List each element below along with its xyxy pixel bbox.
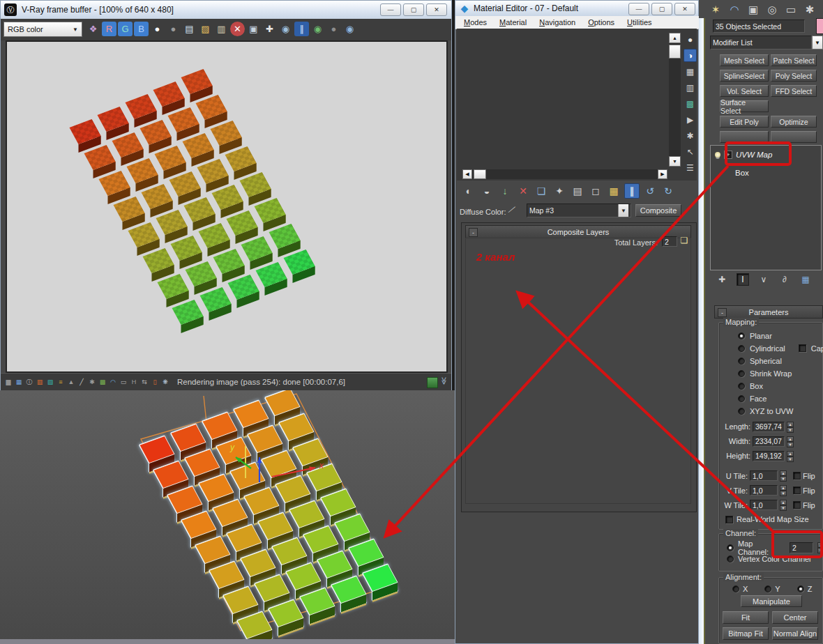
snowflake-icon[interactable]: ❋ [160, 377, 170, 387]
slots-horizontal-scrollbar[interactable]: ◀ ▶ [462, 169, 667, 179]
scroll-right-button[interactable]: ▶ [658, 169, 667, 179]
render-icon[interactable]: ◉ [310, 22, 325, 36]
bitmap-fit-button[interactable]: Bitmap Fit [723, 627, 769, 640]
red-channel-button[interactable]: R [102, 22, 116, 36]
save-image-icon[interactable]: ▤ [182, 22, 197, 36]
close-button[interactable]: ✕ [674, 3, 695, 15]
align-radio-y[interactable] [764, 585, 771, 592]
close-button[interactable]: ✕ [426, 3, 447, 16]
manipulate-button[interactable]: Manipulate [741, 595, 802, 607]
spinner-arrows[interactable]: ▲▼ [780, 470, 787, 481]
region-render-icon[interactable]: ◉ [342, 22, 357, 36]
modifier-button-optimize[interactable]: Optimize [771, 116, 817, 128]
scroll-down-button[interactable]: ▼ [669, 156, 681, 167]
get-material-icon[interactable]: ◐ [461, 183, 476, 199]
object-color-swatch[interactable] [816, 18, 823, 34]
dimension-value[interactable]: 149,192 [753, 451, 785, 461]
select-by-material-icon[interactable]: ↖ [684, 145, 697, 158]
selection-name-field[interactable]: 35 Objects Selected [713, 20, 805, 33]
rollout-header[interactable]: - Composite Layers [465, 225, 691, 238]
utilities-tab[interactable]: ✱ [801, 1, 818, 18]
make-material-copy-icon[interactable]: ❏ [534, 183, 549, 199]
sample-type-icon[interactable]: ● [684, 33, 697, 46]
stack-item-box[interactable]: Box [711, 164, 821, 182]
white-balance-icon[interactable]: ✱ [87, 377, 97, 387]
real-world-checkbox[interactable] [725, 516, 733, 523]
go-to-sibling-icon[interactable]: ↻ [660, 183, 676, 199]
expand-chevron-icon[interactable]: ≫ [439, 377, 448, 385]
maximize-button[interactable]: ▢ [403, 3, 424, 16]
modifier-button-surface-select[interactable]: Surface Select [720, 100, 769, 112]
add-layer-icon[interactable]: ❏ [679, 235, 690, 246]
dock-icon[interactable]: ▆ [3, 377, 13, 387]
blue-channel-button[interactable]: B [134, 22, 149, 36]
background-icon[interactable]: ▦ [684, 65, 697, 78]
track-mouse-icon[interactable]: ✚ [262, 22, 277, 36]
menu-utilities[interactable]: Utilities [627, 18, 651, 26]
cap-checkbox[interactable] [799, 344, 806, 352]
vfb-titlebar[interactable]: Ⓥ V-Ray frame buffer - [100% of 640 x 48… [1, 1, 451, 20]
tile-value[interactable]: 1,0 [750, 470, 778, 481]
spinner-arrows[interactable]: ▲▼ [787, 436, 794, 447]
stop-render-icon[interactable]: ● [326, 22, 341, 36]
parameters-header[interactable]: - Parameters [714, 305, 823, 319]
fit-button[interactable]: Fit [723, 611, 769, 624]
dimension-value[interactable]: 3697,74 [753, 422, 785, 432]
assign-material-to-selection-icon[interactable]: ↓ [497, 183, 513, 199]
show-channels-icon[interactable]: ∥ [294, 22, 309, 36]
make-preview-icon[interactable]: ▶ [684, 113, 697, 126]
green-channel-button[interactable]: G [118, 22, 133, 36]
configure-modifier-sets-icon[interactable]: ▦ [799, 273, 812, 286]
hierarchy-tab[interactable]: ▣ [745, 1, 762, 18]
scroll-thumb[interactable] [474, 169, 486, 179]
modifier-button-blank[interactable] [771, 131, 817, 143]
chip-icon[interactable]: ▩ [98, 377, 107, 387]
create-tab[interactable]: ✶ [707, 1, 724, 18]
spinner-arrows[interactable]: ▲▼ [780, 500, 787, 510]
reset-map-icon[interactable]: ✕ [515, 183, 531, 199]
pin-stack-icon[interactable]: ✚ [716, 273, 728, 286]
vfb-dock-toggle-icon[interactable] [427, 377, 438, 388]
show-end-result-icon[interactable]: Ι [737, 273, 749, 286]
radio-spherical[interactable] [738, 358, 745, 365]
radio-cylindrical[interactable] [738, 345, 745, 352]
lut-icon[interactable]: ▭ [119, 377, 128, 387]
material-id-channel-icon[interactable]: ◻ [588, 183, 603, 199]
menu-options[interactable]: Options [588, 18, 614, 26]
modifier-button-edit-poly[interactable]: Edit Poly [720, 116, 769, 128]
map-channel-radio[interactable] [727, 544, 734, 551]
open-image-icon[interactable]: ▨ [198, 22, 213, 36]
image-panel-icon[interactable]: ▦ [14, 377, 24, 387]
modifier-button-ffd-select[interactable]: FFD Select [771, 85, 817, 97]
radio-face[interactable] [738, 395, 745, 402]
radio-xyz-to-uvw[interactable] [738, 408, 745, 415]
render-last-icon[interactable]: ◉ [278, 22, 293, 36]
stack-item-uvw-map[interactable]: +UVW Map [711, 146, 821, 164]
white-view-icon[interactable]: ● [150, 22, 165, 36]
map-channel-spinner[interactable]: ▲▼ [817, 542, 823, 553]
radio-box[interactable] [738, 383, 745, 390]
color-channels-icon[interactable]: ❖ [86, 22, 100, 36]
display-tab[interactable]: ▭ [783, 1, 799, 18]
modifier-button-splineselect[interactable]: SplineSelect [720, 70, 769, 82]
dimension-value[interactable]: 2334,07 [753, 436, 785, 447]
video-color-check-icon[interactable]: ▩ [684, 97, 697, 110]
channel-select-dropdown[interactable]: RGB color ▼ [3, 22, 82, 37]
radio-planar[interactable] [738, 332, 745, 339]
map-name-dropdown[interactable]: Map #3 ▼ [527, 204, 631, 217]
modifier-enable-icon[interactable] [715, 152, 720, 158]
histogram-icon[interactable]: ▲ [66, 377, 76, 387]
put-material-to-scene-icon[interactable]: ◒ [479, 183, 494, 199]
menu-navigation[interactable]: Navigation [539, 18, 575, 26]
modifier-button-blank[interactable] [720, 131, 769, 143]
flip-checkbox[interactable] [793, 501, 801, 509]
menu-modes[interactable]: Modes [464, 18, 487, 26]
info-icon[interactable]: ⓘ [24, 377, 34, 387]
material-map-navigator-icon[interactable]: ☰ [684, 161, 697, 174]
tile-value[interactable]: 1,0 [750, 500, 778, 510]
spinner-arrows[interactable]: ▲▼ [787, 451, 794, 461]
show-shaded-material-icon[interactable]: ∥ [624, 183, 640, 199]
scroll-thumb[interactable] [669, 45, 681, 59]
duplicate-buffer-icon[interactable]: ▣ [246, 22, 261, 36]
slots-vertical-scrollbar[interactable]: ▲ ▼ [669, 33, 681, 167]
